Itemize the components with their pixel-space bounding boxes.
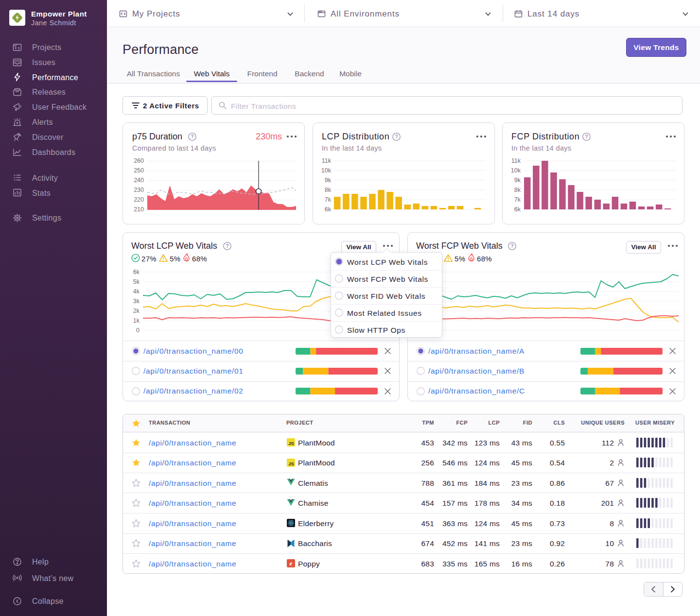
- svg-text:?: ?: [395, 134, 398, 139]
- svg-text:?: ?: [191, 134, 193, 139]
- svg-text:?: ?: [226, 243, 228, 249]
- svg-text:?: ?: [510, 243, 513, 249]
- svg-text:JS: JS: [288, 441, 294, 446]
- svg-text:JS: JS: [288, 462, 294, 466]
- svg-text:e: e: [290, 560, 293, 567]
- svg-text:?: ?: [585, 134, 588, 139]
